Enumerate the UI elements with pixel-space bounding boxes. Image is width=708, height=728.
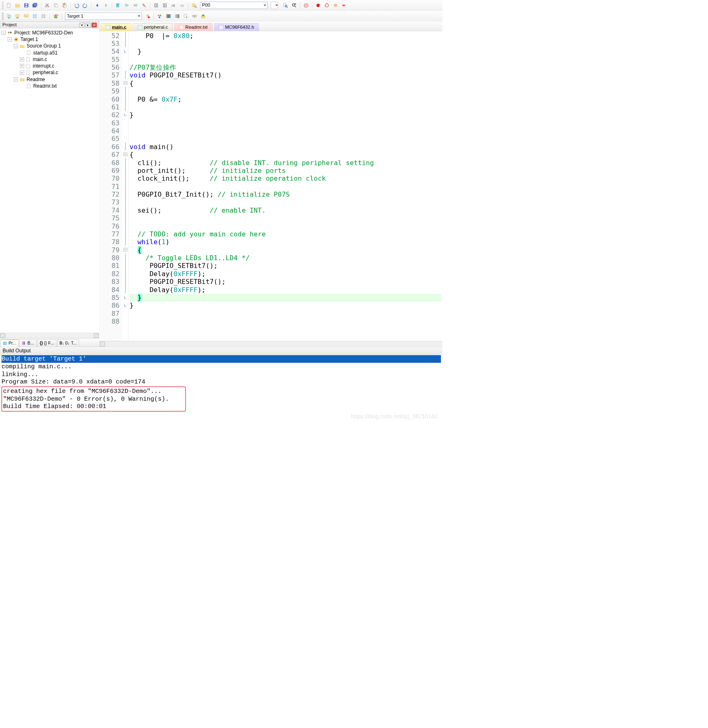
- outdent-icon[interactable]: [161, 1, 169, 9]
- comment-icon[interactable]: //§: [170, 1, 177, 9]
- build-selected-line[interactable]: Build target 'Target 1': [2, 355, 441, 363]
- debug-icon[interactable]: d: [302, 1, 310, 9]
- tree-file[interactable]: main.c: [33, 57, 47, 62]
- file-icon: [26, 57, 32, 62]
- code-content[interactable]: P0 |= 0x80; } //P07复位操作void P0GPIO_RESET…: [129, 31, 443, 341]
- project-tree[interactable]: −Project: MC96F6332D-Den −Target 1 −Sour…: [0, 28, 99, 333]
- bookmark-toggle-icon[interactable]: [114, 1, 122, 9]
- tree-file[interactable]: peripheral.c: [33, 70, 58, 76]
- save-icon[interactable]: [23, 1, 30, 9]
- translate-icon[interactable]: [5, 12, 13, 20]
- rebuild-icon[interactable]: [23, 12, 30, 20]
- scroll-left-icon[interactable]: [100, 342, 105, 346]
- download-icon[interactable]: LOAD: [52, 12, 60, 20]
- expander-icon[interactable]: +: [20, 57, 24, 61]
- copy-icon[interactable]: [52, 1, 60, 9]
- svg-rect-50: [158, 15, 159, 16]
- pane-float-button[interactable]: ▾: [79, 23, 85, 27]
- filemgr-icon[interactable]: [182, 12, 190, 20]
- line-number-gutter: 5253545556575859606162636465666768697071…: [100, 31, 122, 341]
- bookmark-prev-icon[interactable]: [123, 1, 131, 9]
- redo-icon[interactable]: [81, 1, 89, 9]
- scroll-left-icon[interactable]: [0, 333, 5, 338]
- undo-icon[interactable]: [73, 1, 81, 9]
- svg-line-25: [287, 7, 287, 7]
- expander-icon[interactable]: −: [8, 37, 12, 41]
- find-in-files-icon[interactable]: [282, 1, 290, 9]
- expander-icon[interactable]: +: [20, 64, 24, 68]
- scroll-right-icon[interactable]: [94, 333, 98, 338]
- fold-column[interactable]: [122, 31, 129, 341]
- breakpoint-icon[interactable]: [314, 1, 322, 9]
- readme-group-label[interactable]: Readme: [27, 77, 45, 82]
- target-options-icon[interactable]: [144, 12, 152, 20]
- breakpoint-kill-icon[interactable]: [332, 1, 339, 9]
- txt-file-icon: [179, 25, 184, 29]
- manage-project-icon[interactable]: [156, 12, 164, 20]
- new-file-icon[interactable]: [5, 1, 13, 9]
- svg-rect-62: [8, 32, 9, 34]
- expander-icon[interactable]: −: [14, 44, 18, 48]
- transfer-icon[interactable]: [191, 12, 199, 20]
- bookmark-clear-icon[interactable]: [140, 1, 148, 9]
- build-output-header: Build Output: [0, 347, 443, 354]
- nav-back-icon[interactable]: [93, 1, 101, 9]
- expander-icon[interactable]: +: [20, 71, 24, 75]
- uncomment-icon[interactable]: //§: [179, 1, 186, 9]
- nav-forward-icon[interactable]: [102, 1, 110, 9]
- tab-templates[interactable]: 0↓0↓ T...: [57, 339, 79, 347]
- cut-icon[interactable]: [43, 1, 51, 9]
- toolbar-grip-2[interactable]: [2, 12, 4, 20]
- tree-file[interactable]: Readmr.txt: [33, 83, 57, 89]
- svg-rect-58: [178, 14, 179, 18]
- build-output[interactable]: Build target 'Target 1' compiling main.c…: [0, 355, 443, 412]
- stop-build-icon[interactable]: [40, 12, 48, 20]
- editor-tab-readmr[interactable]: Readmr.txt: [174, 23, 213, 31]
- expander-icon[interactable]: −: [14, 77, 18, 82]
- save-all-icon[interactable]: [31, 1, 39, 9]
- booksg-icon[interactable]: [173, 12, 181, 20]
- target-combo[interactable]: [65, 12, 142, 20]
- expander-icon[interactable]: −: [2, 31, 6, 35]
- pane-pin-button[interactable]: ⏵: [86, 23, 91, 27]
- editor-scrollbar[interactable]: [100, 341, 443, 347]
- breakpoint-disable-icon[interactable]: [323, 1, 331, 9]
- books-icon[interactable]: [165, 12, 172, 20]
- editor-tab-header[interactable]: MC96F6432.h: [214, 23, 259, 31]
- find-icon[interactable]: [190, 1, 198, 9]
- tab-project[interactable]: Pr...: [0, 339, 18, 347]
- svg-rect-69: [27, 71, 30, 75]
- tree-scrollbar[interactable]: [0, 333, 99, 338]
- indent-icon[interactable]: [152, 1, 160, 9]
- file-icon: [26, 70, 32, 76]
- svg-rect-46: [44, 16, 45, 18]
- editor-tab-main[interactable]: main.c: [101, 23, 131, 31]
- tab-functions[interactable]: {}{} F...: [37, 339, 56, 347]
- batch-build-icon[interactable]: [31, 12, 39, 20]
- tab-label: Pr...: [9, 341, 16, 346]
- source-group-label[interactable]: Source Group 1: [27, 43, 61, 49]
- toolbar-grip[interactable]: [2, 1, 4, 9]
- editor-tab-label: Readmr.txt: [185, 25, 208, 30]
- editor-tab-peripheral[interactable]: peripheral.c: [133, 23, 173, 31]
- tab-books[interactable]: B...: [20, 339, 36, 347]
- paste-icon[interactable]: [61, 1, 68, 9]
- open-folder-icon[interactable]: [14, 1, 22, 9]
- project-root-label[interactable]: Project: MC96F6332D-Den: [14, 30, 73, 36]
- home-icon[interactable]: [199, 12, 207, 20]
- bookmark-next-icon[interactable]: [131, 1, 139, 9]
- code-editor[interactable]: 5253545556575859606162636465666768697071…: [100, 31, 443, 341]
- svg-rect-72: [23, 342, 23, 345]
- incremental-find-icon[interactable]: [290, 1, 298, 9]
- infinite-icon[interactable]: [340, 1, 348, 9]
- folder-open-icon: [20, 43, 25, 49]
- build-icon[interactable]: [14, 12, 22, 20]
- tree-file[interactable]: startup.a51: [33, 50, 57, 56]
- target-label[interactable]: Target 1: [20, 36, 38, 42]
- find-combo[interactable]: [200, 2, 268, 9]
- svg-rect-44: [44, 14, 45, 16]
- pane-close-button[interactable]: ✕: [92, 23, 97, 27]
- svg-point-26: [292, 4, 295, 6]
- tree-file[interactable]: interrupt.c: [33, 63, 54, 69]
- svg-rect-41: [33, 16, 34, 18]
